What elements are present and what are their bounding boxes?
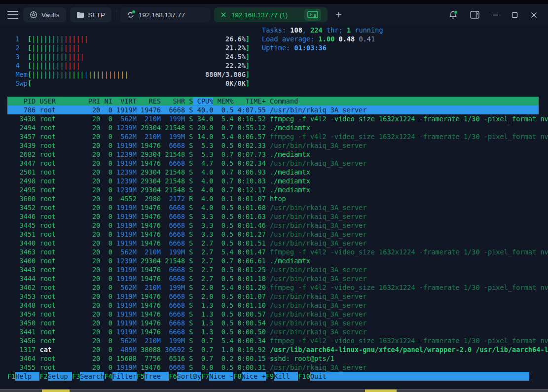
process-row[interactable]: 3444 root 20 0 1919M 19476 6668 S 2.7 0.… — [7, 274, 539, 283]
fkey-f9-action[interactable]: Kill — [274, 372, 298, 381]
fkey-f3-action[interactable]: Search — [80, 372, 104, 381]
tab-sftp[interactable]: SFTP — [70, 7, 112, 22]
summary-line-3: Uptime: 01:03:36 — [262, 43, 383, 52]
process-row[interactable]: 3456 root 20 0 562M 210M 199M S 0.7 5.4 … — [7, 336, 539, 345]
taskbar-highlight-left — [42, 390, 70, 392]
process-row[interactable]: 2495 root 20 0 1239M 29304 21548 S 4.0 0… — [7, 185, 539, 194]
process-row[interactable]: 2682 root 20 0 1239M 29304 21548 S 5.3 0… — [7, 150, 539, 159]
summary-line-1: Tasks: 108, 224 thr; 1 running — [262, 26, 383, 35]
menu-button[interactable] — [7, 11, 18, 19]
fkey-f8-action[interactable]: Nice + — [242, 372, 266, 381]
process-row-selected[interactable]: 786 root 20 0 1919M 19476 6668 S 40.0 0.… — [7, 106, 539, 114]
process-row[interactable]: 3447 root 20 0 1919M 19476 6668 S 4.7 0.… — [7, 159, 539, 168]
process-row[interactable]: 3463 root 20 0 562M 210M 199M S 2.7 5.4 … — [7, 248, 539, 256]
fkey-f7-key: F7 — [201, 372, 209, 381]
fkey-f1-action[interactable]: Help — [15, 372, 39, 381]
taskbar-edge — [0, 389, 548, 392]
process-row[interactable]: 3464 root 20 0 15688 7756 6516 S 0.7 0.2… — [7, 354, 539, 363]
meter-cpu3: 3 [||||||||||||| 24.5%] — [7, 52, 539, 61]
fkey-f10-key: F10 — [298, 372, 310, 381]
tab-host-active-label: 192.168.137.77 (1) — [231, 11, 288, 19]
fkey-f2-key: F2 — [39, 372, 47, 381]
close-tab-icon[interactable] — [220, 12, 226, 18]
sync-icon — [127, 11, 135, 19]
meter-mem: Mem[|||||||||||||||||||||||| 880M/3.80G] — [7, 70, 539, 79]
window-titlebar: Vaults SFTP 192.168.137.77 192.168.137.7… — [0, 4, 548, 26]
maximize-button[interactable] — [511, 12, 518, 18]
tab-host-inactive[interactable]: 192.168.137.77 — [120, 7, 210, 22]
process-row[interactable]: 3445 root 20 0 1919M 19476 6668 S 3.3 0.… — [7, 221, 539, 230]
process-row[interactable]: 3443 root 20 0 1919M 19476 6668 S 2.7 0.… — [7, 265, 539, 274]
process-row[interactable]: 3462 root 20 0 562M 210M 199M S 2.0 5.4 … — [7, 283, 539, 292]
fkey-f5-action[interactable]: Tree — [145, 372, 169, 381]
side-panel-icon[interactable] — [470, 11, 479, 19]
bell-badge — [454, 10, 458, 14]
tab-vaults[interactable]: Vaults — [23, 7, 66, 22]
tab-vaults-label: Vaults — [41, 11, 60, 19]
process-row[interactable]: 2501 root 20 0 1239M 29304 21548 S 4.0 0… — [7, 168, 539, 177]
fkey-f1-key: F1 — [7, 372, 15, 381]
process-row[interactable]: 2494 root 20 0 1239M 29304 21548 S 20.0 … — [7, 123, 539, 132]
summary-line-2: Load average: 1.00 0.48 0.41 — [262, 35, 383, 43]
fkey-f10-action[interactable]: Quit — [310, 372, 334, 381]
fkey-f6-key: F6 — [169, 372, 177, 381]
htop-screen: 1 [|||||||||||||| 26.6%] 2 [||||||||||||… — [7, 35, 539, 381]
process-row[interactable]: 3446 root 20 0 1919M 19476 6668 S 3.3 0.… — [7, 212, 539, 221]
screen-top-edge — [0, 0, 548, 4]
folder-icon — [76, 11, 84, 18]
process-row[interactable]: 3457 root 20 0 562M 210M 199M S 14.0 5.4… — [7, 132, 539, 141]
fkey-f3-key: F3 — [72, 372, 80, 381]
tab-sftp-label: SFTP — [88, 11, 106, 19]
process-row[interactable]: 3450 root 20 0 1919M 19476 6668 S 1.3 0.… — [7, 319, 539, 327]
terminal-viewport: 1 [|||||||||||||| 26.6%] 2 [||||||||||||… — [0, 26, 548, 389]
process-row[interactable]: 3454 root 20 0 1919M 19476 6668 S 1.3 0.… — [7, 310, 539, 319]
notifications-bell-icon[interactable] — [449, 10, 457, 19]
process-row[interactable]: 3600 root 20 0 4552 2980 2172 R 4.0 0.1 … — [7, 194, 539, 203]
process-row[interactable]: 3441 root 20 0 1919M 19476 6668 S 1.3 0.… — [7, 327, 539, 336]
close-window-button[interactable] — [531, 12, 537, 18]
fkey-f2-action[interactable]: Setup — [48, 372, 72, 381]
process-row[interactable]: 2498 root 20 0 1239M 29304 21548 S 4.0 0… — [7, 177, 539, 185]
fkey-f4-action[interactable]: Filter — [112, 372, 137, 381]
vault-icon — [30, 11, 37, 19]
taskbar-highlight-right — [365, 390, 397, 392]
table-header-row[interactable]: PID USER PRI NI VIRT RES SHR S CPU% MEM%… — [7, 97, 539, 106]
fkey-f7-action[interactable]: Nice - — [209, 372, 233, 381]
fkey-f9-key: F9 — [266, 372, 274, 381]
terminal-user-icon — [304, 9, 321, 21]
tab-host-label: 192.168.137.77 — [139, 11, 185, 19]
process-row[interactable]: 3440 root 20 0 1919M 19476 6668 S 2.7 0.… — [7, 239, 539, 248]
process-row[interactable]: 3451 root 20 0 1919M 19476 6668 S 3.3 0.… — [7, 230, 539, 239]
process-row[interactable]: 3453 root 20 0 1919M 19476 6668 S 2.0 0.… — [7, 292, 539, 301]
fkey-f4-key: F4 — [104, 372, 112, 381]
process-row[interactable]: 3455 root 20 0 1919M 19476 6668 S 0.0 0.… — [7, 363, 539, 372]
process-row[interactable]: 3438 root 20 0 562M 210M 199M S 34.0 5.4… — [7, 114, 539, 123]
process-row[interactable]: 3400 root 20 0 1239M 29304 21548 S 2.7 0… — [7, 256, 539, 265]
fkey-f6-action[interactable]: SortBy — [177, 372, 201, 381]
tab-separator — [116, 9, 116, 20]
fkey-f5-key: F5 — [137, 372, 145, 381]
process-table: PID USER PRI NI VIRT RES SHR S CPU% MEM%… — [7, 97, 539, 372]
new-tab-button[interactable]: + — [335, 9, 342, 20]
fkey-f8-key: F8 — [233, 372, 241, 381]
fkey-bar-filler — [334, 372, 529, 381]
minimize-button[interactable] — [492, 12, 499, 18]
process-row[interactable]: 3439 root 20 0 1919M 19476 6668 S 5.3 0.… — [7, 141, 539, 150]
fkey-bar: F1Help F2Setup F3SearchF4FilterF5Tree F6… — [7, 372, 539, 381]
process-row[interactable]: 3448 root 20 0 1919M 19476 6668 S 1.3 0.… — [7, 301, 539, 310]
tab-host-active[interactable]: 192.168.137.77 (1) — [214, 7, 328, 22]
process-row[interactable]: 1317 cat 20 0 489M 38088 30692 S 0.7 1.0… — [7, 345, 539, 354]
connection-dot — [132, 10, 136, 14]
meter-swp: Swp[ 0K/0K] — [7, 79, 539, 88]
tasks-load-uptime-summary: Tasks: 108, 224 thr; 1 runningLoad avera… — [262, 26, 383, 52]
meter-cpu4: 4 [|||||||||||| 22.2%] — [7, 61, 539, 70]
process-row[interactable]: 3452 root 20 0 1919M 19476 6668 S 4.0 0.… — [7, 203, 539, 212]
